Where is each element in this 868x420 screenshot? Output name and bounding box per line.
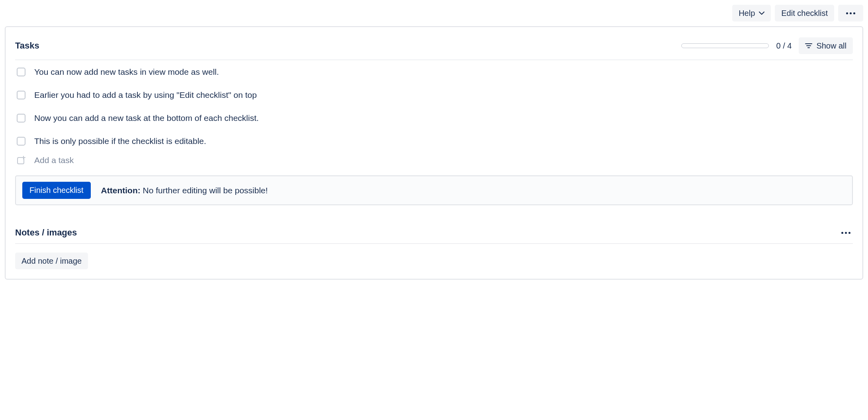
add-task-icon xyxy=(17,156,25,165)
help-button-label: Help xyxy=(739,8,755,18)
notes-section: Notes / images Add note / image xyxy=(15,228,853,269)
notes-title: Notes / images xyxy=(15,228,77,238)
finish-banner: Finish checklist Attention: No further e… xyxy=(15,175,853,205)
edit-checklist-label: Edit checklist xyxy=(781,8,828,18)
task-checkbox[interactable] xyxy=(17,68,25,76)
task-text: This is only possible if the checklist i… xyxy=(34,136,206,146)
finish-checklist-button[interactable]: Finish checklist xyxy=(22,182,91,199)
task-checkbox[interactable] xyxy=(17,91,25,99)
add-note-label: Add note / image xyxy=(22,256,82,266)
edit-checklist-button[interactable]: Edit checklist xyxy=(775,5,834,21)
progress-bar xyxy=(681,43,769,48)
task-text: You can now add new tasks in view mode a… xyxy=(34,67,219,77)
attention-label: Attention: xyxy=(101,186,141,195)
chevron-down-icon xyxy=(759,11,764,15)
show-all-label: Show all xyxy=(816,41,846,51)
task-text: Now you can add a new task at the bottom… xyxy=(34,113,259,123)
attention-message: No further editing will be possible! xyxy=(143,186,268,195)
task-list: You can now add new tasks in view mode a… xyxy=(15,67,853,146)
checklist-panel: Tasks 0 / 4 Show all xyxy=(5,26,863,280)
finish-banner-text: Attention: No further editing will be po… xyxy=(101,186,268,195)
add-task-row[interactable]: Add a task xyxy=(15,156,853,165)
finish-checklist-label: Finish checklist xyxy=(29,186,84,194)
task-row: Now you can add a new task at the bottom… xyxy=(15,113,853,123)
task-checkbox[interactable] xyxy=(17,114,25,122)
add-task-placeholder: Add a task xyxy=(34,156,74,165)
tasks-title: Tasks xyxy=(15,41,39,51)
tasks-header: Tasks 0 / 4 Show all xyxy=(15,37,853,60)
task-text: Earlier you had to add a task by using "… xyxy=(34,90,257,100)
task-row: This is only possible if the checklist i… xyxy=(15,136,853,146)
task-checkbox[interactable] xyxy=(17,137,25,146)
more-horizontal-icon xyxy=(844,11,858,16)
task-row: You can now add new tasks in view mode a… xyxy=(15,67,853,77)
notes-more-button[interactable] xyxy=(839,230,853,235)
show-all-button[interactable]: Show all xyxy=(799,37,853,54)
task-row: Earlier you had to add a task by using "… xyxy=(15,90,853,100)
help-button[interactable]: Help xyxy=(732,5,771,21)
progress-count: 0 / 4 xyxy=(776,41,792,51)
add-note-button[interactable]: Add note / image xyxy=(15,253,88,269)
top-toolbar: Help Edit checklist xyxy=(5,5,863,21)
more-actions-button[interactable] xyxy=(838,5,863,21)
filter-icon xyxy=(805,43,812,49)
notes-header: Notes / images xyxy=(15,228,853,244)
svg-rect-3 xyxy=(18,158,24,164)
